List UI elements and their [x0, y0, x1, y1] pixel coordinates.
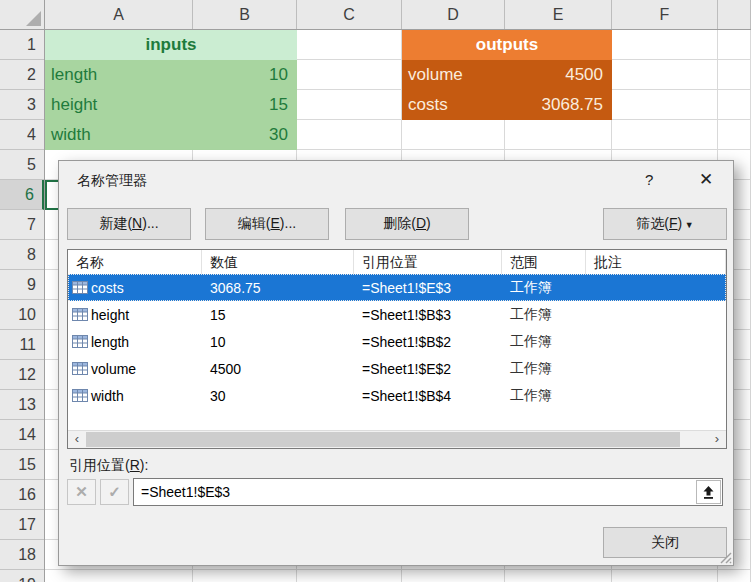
outputs-row-volume[interactable]: volume4500: [402, 60, 612, 90]
cell-value: 4500: [565, 60, 603, 90]
column-header-partial[interactable]: [718, 0, 751, 29]
column-header-d[interactable]: D: [402, 0, 505, 29]
list-column-header[interactable]: 范围: [502, 250, 586, 274]
cell-label: costs: [408, 90, 448, 120]
cell-label: volume: [408, 60, 463, 90]
list-column-header[interactable]: 名称: [68, 250, 202, 274]
delete-button[interactable]: 删除(D): [345, 208, 469, 240]
row-header-7[interactable]: 7: [0, 210, 44, 240]
row-header-16[interactable]: 16: [0, 480, 44, 510]
list-column-header[interactable]: 数值: [202, 250, 354, 274]
edit-button[interactable]: 编辑(E)...: [205, 208, 329, 240]
cell-value: 15: [269, 90, 288, 120]
resize-grip-icon[interactable]: [718, 550, 732, 564]
new-button[interactable]: 新建(N)...: [67, 208, 191, 240]
column-header-b[interactable]: B: [193, 0, 297, 29]
refers-to-cell: =Sheet1!$E$3: [354, 280, 502, 296]
help-button[interactable]: ?: [645, 171, 653, 188]
name-cell: height: [68, 307, 202, 323]
column-header-e[interactable]: E: [505, 0, 612, 29]
refers-to-value: =Sheet1!$E$3: [141, 484, 230, 500]
confirm-entry-button: ✓: [100, 479, 129, 505]
select-all-button[interactable]: [0, 0, 45, 30]
cancel-entry-button: ✕: [67, 479, 96, 505]
refers-to-label: 引用位置(R):: [69, 457, 148, 475]
value-cell: 15: [202, 307, 354, 323]
scope-cell: 工作簿: [502, 279, 586, 297]
row-header-1[interactable]: 1: [0, 30, 44, 60]
close-button[interactable]: 关闭: [603, 527, 727, 558]
row-header-11[interactable]: 11: [0, 330, 44, 360]
name-row-volume[interactable]: volume4500=Sheet1!$E$2工作簿: [68, 355, 726, 382]
row-header-19[interactable]: 19: [0, 570, 44, 582]
value-cell: 10: [202, 334, 354, 350]
column-headers: ABCDEF: [45, 0, 751, 30]
row-header-15[interactable]: 15: [0, 450, 44, 480]
defined-name-icon: [72, 308, 88, 321]
name-row-costs[interactable]: costs3068.75=Sheet1!$E$3工作簿: [68, 274, 726, 301]
list-column-header[interactable]: 批注: [586, 250, 726, 274]
collapse-dialog-icon: [703, 486, 714, 499]
scroll-right-icon[interactable]: ›: [708, 431, 726, 448]
column-header-c[interactable]: C: [297, 0, 402, 29]
inputs-row-width[interactable]: width30: [45, 120, 297, 150]
active-cell-border: [45, 180, 59, 210]
inputs-row-length[interactable]: length10: [45, 60, 297, 90]
scope-cell: 工作簿: [502, 360, 586, 378]
row-headers: 12345678910111213141516171819: [0, 30, 45, 582]
names-list: 名称数值引用位置范围批注 costs3068.75=Sheet1!$E$3工作簿…: [67, 249, 727, 449]
filter-button[interactable]: 筛选(F) ▼: [603, 208, 727, 240]
scope-cell: 工作簿: [502, 387, 586, 405]
row-header-18[interactable]: 18: [0, 540, 44, 570]
row-header-9[interactable]: 9: [0, 270, 44, 300]
row-header-13[interactable]: 13: [0, 390, 44, 420]
defined-name-icon: [72, 362, 88, 375]
value-cell: 30: [202, 388, 354, 404]
row-header-6[interactable]: 6: [0, 180, 44, 210]
row-header-10[interactable]: 10: [0, 300, 44, 330]
outputs-header-cell[interactable]: outputs: [402, 30, 612, 60]
name-cell: width: [68, 388, 202, 404]
select-all-triangle-icon: [26, 11, 41, 26]
row-header-8[interactable]: 8: [0, 240, 44, 270]
column-header-a[interactable]: A: [45, 0, 193, 29]
dialog-title: 名称管理器: [77, 172, 147, 190]
collapse-dialog-button[interactable]: [696, 480, 721, 504]
column-header-f[interactable]: F: [612, 0, 718, 29]
scrollbar-thumb[interactable]: [86, 432, 680, 447]
row-header-2[interactable]: 2: [0, 60, 44, 90]
excel-window: ABCDEF 12345678910111213141516171819 inp…: [0, 0, 751, 582]
cell-value: 10: [269, 60, 288, 90]
name-cell: volume: [68, 361, 202, 377]
close-x-button[interactable]: ✕: [699, 169, 713, 190]
inputs-header-cell[interactable]: inputs: [45, 30, 297, 60]
inputs-range[interactable]: inputs length10height15width30: [45, 30, 297, 150]
row-header-5[interactable]: 5: [0, 150, 44, 180]
refers-to-cell: =Sheet1!$B$2: [354, 334, 502, 350]
row-header-4[interactable]: 4: [0, 120, 44, 150]
outputs-row-costs[interactable]: costs3068.75: [402, 90, 612, 120]
row-header-17[interactable]: 17: [0, 510, 44, 540]
scope-cell: 工作簿: [502, 306, 586, 324]
cell-value: 30: [269, 120, 288, 150]
defined-name-icon: [72, 335, 88, 348]
name-row-width[interactable]: width30=Sheet1!$B$4工作簿: [68, 382, 726, 409]
outputs-range[interactable]: outputs volume4500costs3068.75: [402, 30, 612, 120]
refers-to-cell: =Sheet1!$B$3: [354, 307, 502, 323]
row-header-3[interactable]: 3: [0, 90, 44, 120]
horizontal-scrollbar[interactable]: ‹ ›: [68, 430, 726, 448]
inputs-row-height[interactable]: height15: [45, 90, 297, 120]
list-column-header[interactable]: 引用位置: [354, 250, 502, 274]
refers-to-cell: =Sheet1!$E$2: [354, 361, 502, 377]
value-cell: 4500: [202, 361, 354, 377]
cell-label: length: [51, 60, 97, 90]
row-header-14[interactable]: 14: [0, 420, 44, 450]
defined-name-icon: [72, 281, 88, 294]
scroll-left-icon[interactable]: ‹: [68, 431, 86, 448]
name-row-length[interactable]: length10=Sheet1!$B$2工作簿: [68, 328, 726, 355]
dropdown-arrow-icon: ▼: [682, 220, 693, 230]
refers-to-input[interactable]: =Sheet1!$E$3: [133, 478, 723, 506]
row-header-12[interactable]: 12: [0, 360, 44, 390]
name-cell: costs: [68, 280, 202, 296]
name-row-height[interactable]: height15=Sheet1!$B$3工作簿: [68, 301, 726, 328]
